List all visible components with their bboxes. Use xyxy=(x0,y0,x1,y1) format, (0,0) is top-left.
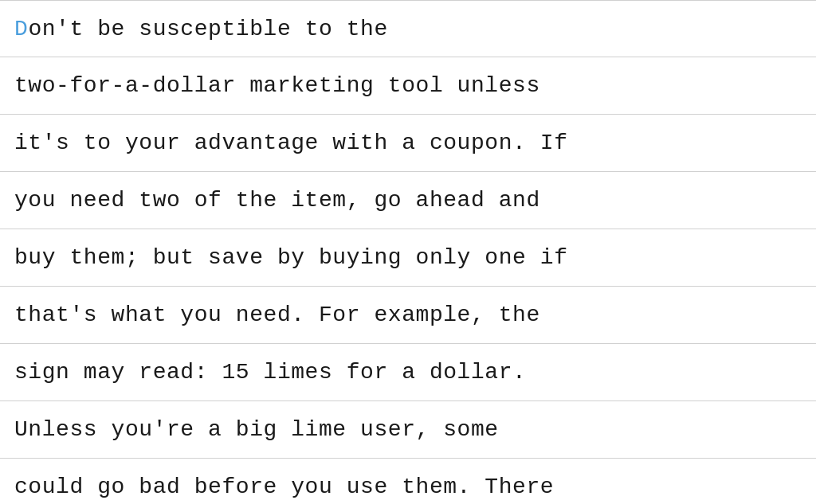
first-char-highlight: D xyxy=(14,17,28,41)
text-container: Don't be susceptible to thetwo-for-a-dol… xyxy=(0,0,816,504)
text-line: sign may read: 15 limes for a dollar. xyxy=(0,344,816,401)
text-line: you need two of the item, go ahead and xyxy=(0,172,816,229)
line-text: two-for-a-dollar marketing tool unless xyxy=(14,73,540,98)
text-line: buy them; but save by buying only one if xyxy=(0,229,816,287)
text-line: it's to your advantage with a coupon. If xyxy=(0,115,816,172)
text-line: Unless you're a big lime user, some xyxy=(0,401,816,459)
text-line: that's what you need. For example, the xyxy=(0,287,816,344)
line-text: buy them; but save by buying only one if xyxy=(14,245,568,270)
line-text: it's to your advantage with a coupon. If xyxy=(14,131,568,155)
line-text: could go bad before you use them. There xyxy=(14,475,554,499)
line-text: on't be susceptible to the xyxy=(28,17,387,41)
line-text: Unless you're a big lime user, some xyxy=(14,417,499,442)
text-line: two-for-a-dollar marketing tool unless xyxy=(0,57,816,115)
text-line: could go bad before you use them. There xyxy=(0,459,816,504)
line-text: that's what you need. For example, the xyxy=(14,303,540,327)
line-text: you need two of the item, go ahead and xyxy=(14,188,540,213)
text-line: Don't be susceptible to the xyxy=(0,0,816,57)
line-text: sign may read: 15 limes for a dollar. xyxy=(14,360,526,385)
